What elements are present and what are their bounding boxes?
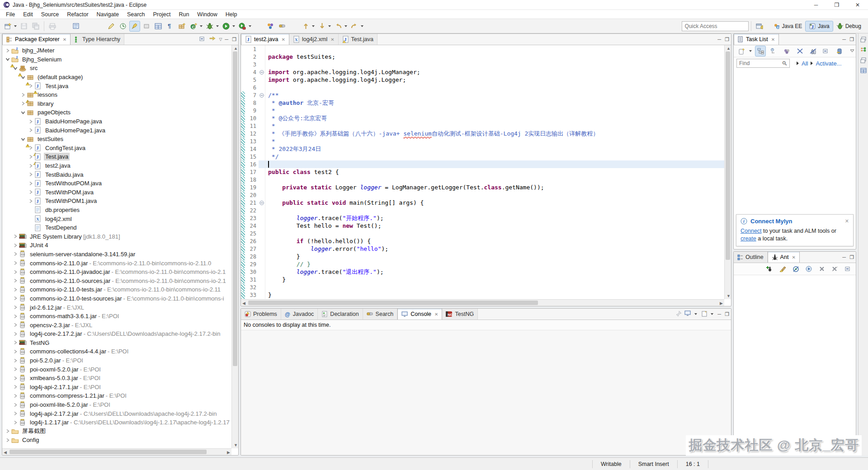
run-external-button[interactable] [237,21,248,32]
chevron-right-icon[interactable] [12,305,19,310]
code-line-14[interactable]: 14 * 2022年3月24日 [241,145,724,153]
chevron-right-icon[interactable] [12,384,19,390]
tree-item[interactable]: 010commons-collections4-4.4.jar - E:\POI [2,347,231,356]
tree-item[interactable]: JUnit 4 [2,241,231,250]
tree-item[interactable]: JRE System Library [jdk1.8.0_181] [2,232,231,241]
categorized-icon[interactable] [755,46,766,56]
chevron-right-icon[interactable] [27,172,34,177]
tree-item[interactable]: 010log4j-core-2.17.2.jar - C:\Users\DELL… [2,329,231,338]
fold-minus-icon[interactable] [259,68,265,76]
tree-item[interactable]: 010commons-io-2.11.0-tests.jar - E:\comm… [2,285,231,294]
tree-item[interactable]: Jbjhg_JMeter [2,46,231,55]
chevron-down-icon[interactable] [4,56,11,62]
last-edit-location-button[interactable] [118,21,128,32]
dropdown-caret-icon[interactable] [749,50,752,52]
code-line-33[interactable]: 33} [241,291,724,299]
filter-activate-link[interactable]: Activate... [816,60,841,67]
dropdown-caret-icon[interactable] [216,25,219,27]
view-menu-icon[interactable] [847,46,856,56]
menu-project[interactable]: Project [149,10,175,19]
code-line-9[interactable]: 9 * [241,107,724,114]
tree-item[interactable]: 010selenium-server-standalone-3.141.59.j… [2,250,231,259]
tab-declaration[interactable]: Declaration [318,309,363,320]
tree-item[interactable]: 010commons-math3-3.6.1.jar - E:\POI [2,312,231,321]
new-wizard-button[interactable] [2,21,13,32]
tree-item[interactable]: JTestBaidu.java [2,170,231,179]
pin-console-icon[interactable] [675,310,682,318]
connect-link[interactable]: Connect [741,228,762,234]
maximize-button[interactable]: ❐ [826,0,847,9]
close-icon[interactable]: ✕ [434,312,438,317]
next-annotation-button[interactable] [316,21,327,32]
perspective-java-ee[interactable]: EEJava EE [770,21,806,31]
search-buildfile-icon[interactable] [777,263,788,274]
chevron-right-icon[interactable] [12,420,19,425]
chevron-right-icon[interactable] [4,437,11,443]
dropdown-caret-icon[interactable] [328,25,331,27]
collapse-all-icon[interactable] [199,35,206,43]
dropdown-caret-icon[interactable] [361,25,363,27]
editor-tab-test2.java[interactable]: Jtest2.java✕ [241,34,289,45]
filter-internal-icon[interactable] [790,263,801,274]
maximize-icon[interactable]: ❐ [849,254,854,260]
chevron-right-icon[interactable] [27,127,34,133]
close-button[interactable]: ✕ [847,0,868,9]
dropdown-caret-icon[interactable] [200,25,203,27]
tree-item[interactable]: TestDepend [2,223,231,232]
tree-item[interactable]: 010commons-io-2.11.0.jar - E:\commons-io… [2,258,231,268]
minimize-icon[interactable]: ─ [717,311,721,317]
chevron-right-icon[interactable] [12,340,19,345]
menu-file[interactable]: File [2,10,19,19]
chevron-right-icon[interactable] [19,92,27,98]
maximize-icon[interactable]: ❐ [232,37,236,42]
chevron-right-icon[interactable] [4,48,11,53]
chevron-right-icon[interactable] [27,181,34,186]
close-icon[interactable]: ✕ [330,37,334,42]
code-line-15[interactable]: 15 */ [241,153,724,160]
code-line-27[interactable]: 27 logger.error("hello"); [241,245,724,253]
open-element-button[interactable] [71,21,81,32]
code-line-20[interactable]: 20 [241,191,724,199]
filter-all-link[interactable]: All [802,60,808,67]
table-view-icon[interactable] [859,66,868,75]
maximize-icon[interactable]: ❐ [849,37,854,42]
menu-edit[interactable]: Edit [19,10,37,19]
code-line-12[interactable]: 12 * 《手把手教你》系列基础篇（八十六）-java+ selenium自动化… [241,130,724,137]
show-whitespace-button[interactable]: ¶ [165,21,175,32]
tab-task-list[interactable]: Task List✕ [734,34,779,45]
chevron-right-icon[interactable] [12,278,19,283]
close-icon[interactable]: ✕ [771,37,775,42]
synchronize-icon[interactable] [834,46,844,56]
save-all-button[interactable] [30,21,41,32]
tab-javadoc[interactable]: @Javadoc [281,309,318,320]
previous-annotation-button[interactable] [300,21,311,32]
tree-vertical-scrollbar[interactable]: ▲ ▼ [231,45,238,448]
chevron-right-icon[interactable] [12,402,19,408]
tree-item[interactable]: Xlog4j2.xml [2,214,231,223]
code-line-19[interactable]: 19 private static Logger logger = LogMan… [241,183,724,191]
tab-problems[interactable]: Problems [241,309,281,320]
tree-item[interactable]: 010poi-5.2.0.jar - E:\POI [2,356,231,365]
mark-occurrences-button[interactable] [129,21,140,32]
tree-item[interactable]: db.properties [2,206,231,215]
tree-item[interactable]: 010jxl-2.6.12.jar - E:\JXL [2,303,231,312]
code-line-21[interactable]: 21 public static void main(String[] args… [241,199,724,207]
code-line-16[interactable]: 16 [241,160,724,168]
tab-search[interactable]: Search [363,309,398,320]
save-button[interactable] [19,21,29,32]
code-line-31[interactable]: 31 } [241,276,724,283]
new-java-package-button[interactable] [176,21,187,32]
tree-item[interactable]: JTestWithPOM1.java [2,197,231,206]
tree-item[interactable]: 010commons-io-2.11.0-test-sources.jar - … [2,294,231,303]
fold-minus-icon[interactable] [259,199,265,207]
tree-item[interactable]: 010commons-io-2.11.0-sources.jar - E:\co… [2,276,231,285]
chevron-right-icon[interactable] [12,393,19,399]
chevron-right-icon[interactable] [12,269,19,275]
code-line-13[interactable]: 13 * [241,137,724,145]
tree-item[interactable]: 010xmlbeans-5.0.3.jar - E:\POI [2,374,231,383]
restore-view-icon[interactable] [859,35,868,44]
new-java-class-button[interactable]: C [188,21,199,32]
run-button[interactable] [221,21,231,32]
code-line-10[interactable]: 10 * @公众号:北京宏哥 [241,114,724,122]
chevron-right-icon[interactable] [27,119,34,124]
